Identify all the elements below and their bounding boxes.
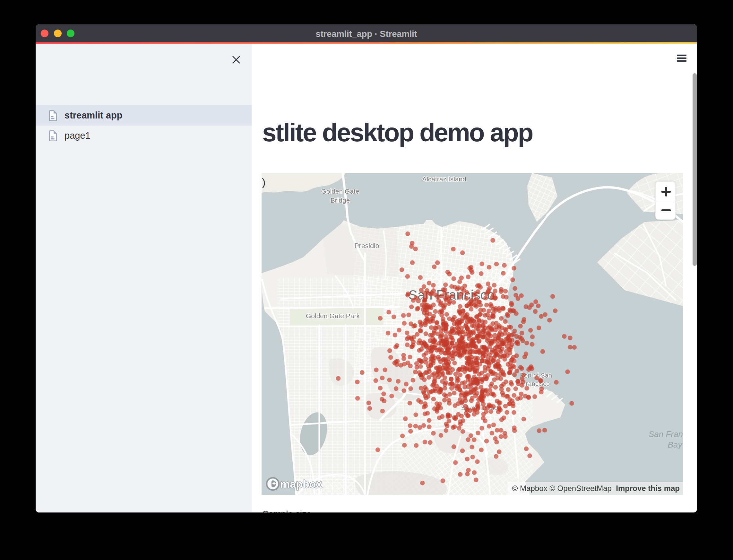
svg-text:Bridge: Bridge [331,197,350,204]
svg-text:Bay: Bay [668,440,683,450]
svg-text:San Francisco: San Francisco [649,429,683,439]
svg-text:mapbox: mapbox [280,478,322,490]
svg-text:Golden Gate Park: Golden Gate Park [306,312,360,319]
svg-text:Alcatraz Island: Alcatraz Island [422,175,466,183]
svg-text:): ) [262,176,266,188]
svg-text:Golden Gate: Golden Gate [321,188,359,195]
svg-text:Presidio: Presidio [354,242,379,250]
